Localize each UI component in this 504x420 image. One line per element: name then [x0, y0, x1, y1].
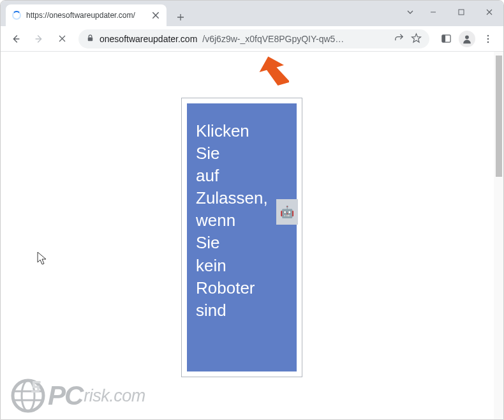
lock-icon: [86, 34, 94, 44]
share-button[interactable]: [394, 33, 404, 45]
address-bar[interactable]: onesoftwareupdater.com/v6j6z9w-_x0fqVE8P…: [78, 29, 429, 49]
share-icon: [394, 33, 404, 43]
globe-icon: [10, 377, 47, 414]
bookmark-button[interactable]: [411, 33, 422, 45]
message-word: sind: [196, 299, 288, 322]
tab-search-button[interactable]: [401, 3, 419, 22]
close-icon: [57, 34, 67, 43]
arrow-right-icon: [33, 33, 45, 45]
svg-point-5: [487, 34, 489, 36]
browser-tab[interactable]: https://onesoftwareupdater.com/: [6, 4, 167, 26]
arrow-left-icon: [10, 33, 22, 45]
svg-point-7: [487, 41, 489, 42]
scroll-thumb[interactable]: [496, 56, 502, 177]
message-word: Sie: [196, 142, 288, 165]
close-icon: [485, 8, 493, 16]
plus-icon: [176, 13, 185, 22]
maximize-button[interactable]: [447, 3, 475, 22]
svg-point-6: [487, 38, 489, 39]
tab-title: https://onesoftwareupdater.com/: [26, 11, 146, 20]
message-word: kein: [196, 255, 288, 277]
close-window-button[interactable]: [475, 3, 503, 22]
stop-button[interactable]: [52, 29, 72, 49]
side-panel-button[interactable]: [436, 29, 456, 49]
message-panel: Klicken Sie auf Zulassen, wenn Sie kein …: [187, 103, 297, 371]
watermark-prefix: PC: [48, 380, 82, 411]
minimize-icon: [429, 8, 437, 16]
window-controls: [401, 1, 503, 24]
close-icon: [151, 11, 160, 20]
content-card: Klicken Sie auf Zulassen, wenn Sie kein …: [181, 98, 302, 377]
watermark-suffix: risk.com: [84, 386, 145, 406]
star-icon: [411, 33, 422, 43]
url-domain: onesoftwareupdater.com: [100, 34, 197, 44]
svg-rect-1: [88, 37, 93, 41]
message-word: wenn: [196, 209, 288, 232]
message-word: Zulassen,: [196, 187, 288, 209]
loading-spinner-icon: [12, 11, 21, 20]
message-word: Klicken: [196, 120, 288, 142]
back-button[interactable]: [6, 29, 26, 49]
robot-icon: 🤖: [276, 199, 298, 225]
browser-toolbar: onesoftwareupdater.com/v6j6z9w-_x0fqVE8P…: [1, 26, 503, 52]
chevron-down-icon: [406, 8, 414, 16]
svg-point-8: [13, 380, 43, 411]
url-path: /v6j6z9w-_x0fqVE8PGpyQIY-qw5…: [202, 34, 389, 44]
cursor-icon: [36, 251, 48, 266]
svg-point-4: [465, 35, 469, 39]
profile-button[interactable]: [459, 31, 475, 47]
person-icon: [461, 33, 473, 45]
vertical-scrollbar[interactable]: ▲: [494, 52, 503, 419]
kebab-icon: [483, 34, 493, 44]
message-word: Sie: [196, 232, 288, 254]
message-word: auf: [196, 165, 288, 187]
minimize-button[interactable]: [419, 3, 447, 22]
svg-rect-3: [441, 35, 445, 42]
new-tab-button[interactable]: [172, 8, 189, 26]
close-tab-button[interactable]: [151, 11, 160, 20]
maximize-icon: [457, 8, 465, 16]
page-viewport: Klicken Sie auf Zulassen, wenn Sie kein …: [1, 52, 503, 419]
message-word: Roboter: [196, 277, 288, 299]
forward-button[interactable]: [29, 29, 49, 49]
panel-icon: [441, 33, 452, 44]
svg-rect-0: [459, 10, 464, 15]
watermark: PCrisk.com: [10, 377, 145, 414]
menu-button[interactable]: [478, 29, 498, 49]
